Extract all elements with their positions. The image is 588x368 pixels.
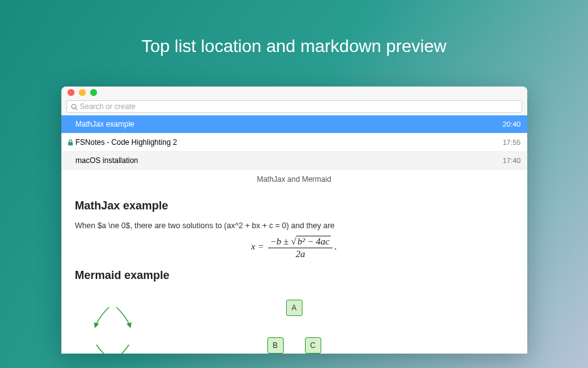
note-title: macOS installation (76, 156, 503, 165)
app-window: MathJax example 20:40 FSNotes - Code Hig… (61, 87, 527, 354)
titlebar (61, 87, 527, 98)
note-row[interactable]: macOS installation 17:40 (61, 152, 527, 170)
mermaid-arrows (75, 291, 150, 354)
search-input[interactable] (80, 102, 518, 111)
searchbar (61, 98, 527, 115)
equation-trail: . (334, 241, 337, 251)
preview-paragraph: When $a \ne 0$, there are two solutions … (75, 221, 513, 230)
note-row[interactable]: FSNotes - Code Highlighting 2 17:55 (61, 134, 527, 152)
equation-numerator: −b ± √b² − 4ac (268, 236, 333, 248)
equation-lhs: x = (251, 241, 264, 251)
mermaid-diagram: A B C (75, 291, 513, 354)
search-field-wrap[interactable] (66, 100, 522, 113)
preview-body: MathJax example When $a \ne 0$, there ar… (61, 188, 527, 354)
zoom-icon[interactable] (90, 89, 97, 96)
preview-tab-title: MathJax and Mermaid (61, 170, 527, 188)
equation-denominator: 2a (268, 248, 333, 260)
preview-heading-mathjax: MathJax example (75, 199, 513, 213)
minimize-icon[interactable] (79, 89, 86, 96)
mermaid-node-b: B (267, 337, 284, 354)
close-icon[interactable] (68, 89, 75, 96)
lock-icon (68, 139, 73, 146)
preview-heading-mermaid: Mermaid example (75, 269, 513, 282)
preview-pane: MathJax and Mermaid MathJax example When… (61, 170, 527, 354)
svg-point-0 (71, 104, 76, 108)
note-time: 17:55 (503, 139, 521, 146)
icon-slot (66, 139, 75, 146)
note-title: FSNotes - Code Highlighting 2 (76, 138, 503, 147)
mermaid-node-a: A (286, 300, 302, 316)
search-icon (71, 103, 78, 110)
note-list: MathJax example 20:40 FSNotes - Code Hig… (61, 115, 527, 170)
note-row[interactable]: MathJax example 20:40 (61, 115, 527, 134)
note-time: 17:40 (503, 157, 521, 164)
page-heading: Top list location and markdown preview (0, 0, 588, 87)
note-time: 20:40 (503, 120, 521, 128)
note-title: MathJax example (76, 120, 503, 129)
sqrt-icon: √ (291, 236, 296, 246)
sqrt-arg: b² − 4ac (296, 236, 331, 246)
equation-fraction: −b ± √b² − 4ac 2a (268, 236, 333, 259)
equation: x = −b ± √b² − 4ac 2a . (75, 236, 513, 259)
svg-line-1 (75, 108, 77, 110)
mermaid-node-c: C (305, 337, 321, 354)
numerator-pre: −b ± (270, 236, 291, 246)
